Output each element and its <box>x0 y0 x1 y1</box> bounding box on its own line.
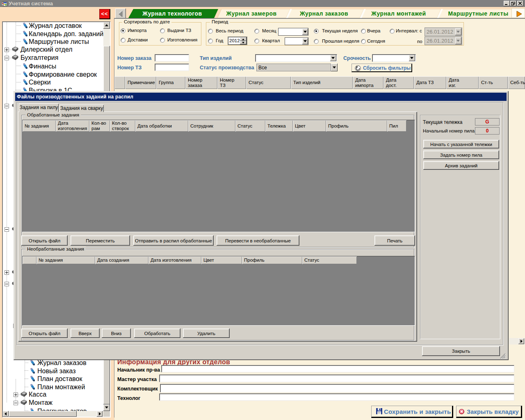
svg-text:Журнал заказов: Журнал заказов <box>299 10 348 17</box>
svg-text:Маршрутные листы: Маршрутные листы <box>448 10 508 17</box>
svg-text:Журнал монтажей: Журнал монтажей <box>371 10 426 17</box>
svg-text:Журнал технологов: Журнал технологов <box>142 10 202 17</box>
svg-text:Журнал замеров: Журнал замеров <box>226 10 276 17</box>
